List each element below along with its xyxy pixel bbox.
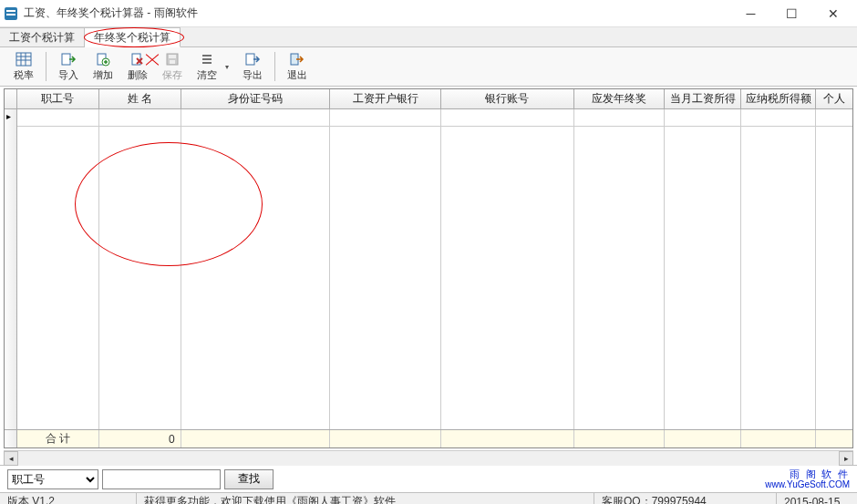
data-grid[interactable]: 职工号 姓 名 身份证号码 工资开户银行 银行账号 应发年终奖 当月工资所得 应… — [4, 88, 853, 448]
add-icon — [95, 51, 111, 67]
col-header-bonus[interactable]: 应发年终奖 — [574, 89, 666, 108]
status-bar: 版本 V1.2 获得更多功能，欢迎下载使用《雨阁人事工资》软件 客服QQ：799… — [0, 492, 857, 504]
footer-total-label: 合 计 — [17, 430, 99, 447]
exit-button[interactable]: 退出 — [281, 48, 314, 85]
svg-rect-22 — [246, 54, 254, 65]
status-date: 2015-08-15 — [777, 493, 857, 504]
clear-icon — [199, 51, 215, 67]
svg-rect-18 — [170, 60, 175, 64]
clear-button[interactable]: 清空 — [191, 48, 223, 85]
save-button[interactable]: 保存 — [156, 48, 189, 85]
app-icon — [4, 6, 18, 21]
footer-count: 0 — [99, 430, 181, 447]
brand-url[interactable]: www.YuGeSoft.COM — [765, 479, 850, 490]
row-indicator-header — [5, 89, 17, 108]
exit-icon — [289, 51, 305, 67]
clear-dropdown[interactable]: ▾ — [223, 63, 231, 71]
svg-rect-2 — [6, 14, 15, 15]
row-pointer-icon: ▸ — [6, 111, 11, 121]
svg-rect-1 — [6, 10, 15, 12]
scroll-right-button[interactable]: ▸ — [839, 451, 853, 466]
status-version: 版本 V1.2 — [0, 493, 137, 504]
col-header-month-salary[interactable]: 当月工资所得 — [665, 89, 741, 108]
tab-salary-tax[interactable]: 工资个税计算 — [0, 27, 85, 46]
search-field-select[interactable]: 职工号 — [7, 469, 98, 489]
brand-name[interactable]: 雨 阁 软 件 — [790, 468, 850, 479]
search-input[interactable] — [102, 469, 221, 489]
grid-footer: 合 计 0 — [5, 429, 852, 447]
maximize-button[interactable]: ☐ — [771, 1, 812, 26]
grid-icon — [15, 51, 32, 67]
col-header-bank[interactable]: 工资开户银行 — [330, 89, 441, 108]
svg-rect-8 — [62, 54, 70, 65]
status-promo: 获得更多功能，欢迎下载使用《雨阁人事工资》软件 — [137, 493, 594, 504]
minimize-button[interactable]: ─ — [730, 1, 771, 26]
col-header-name[interactable]: 姓 名 — [99, 89, 181, 108]
grid-header: 职工号 姓 名 身份证号码 工资开户银行 银行账号 应发年终奖 当月工资所得 应… — [5, 89, 852, 109]
search-bar: 职工号 查找 雨 阁 软 件 www.YuGeSoft.COM — [0, 465, 857, 492]
delete-button[interactable]: 删除 — [121, 48, 154, 85]
window-title: 工资、年终奖个税计算器 - 雨阁软件 — [24, 5, 730, 21]
rate-button[interactable]: 税率 — [7, 48, 40, 85]
export-icon — [244, 51, 261, 67]
search-button[interactable]: 查找 — [224, 469, 274, 489]
col-header-taxable[interactable]: 应纳税所得额 — [741, 89, 816, 108]
svg-rect-17 — [169, 55, 176, 58]
titlebar: 工资、年终奖个税计算器 - 雨阁软件 ─ ☐ ✕ — [0, 0, 857, 27]
tab-bonus-tax[interactable]: 年终奖个税计算 — [85, 27, 181, 47]
import-button[interactable]: 导入 — [52, 48, 85, 85]
col-header-employee-id[interactable]: 职工号 — [17, 89, 99, 108]
grid-body[interactable]: ▸ — [5, 109, 852, 429]
close-button[interactable]: ✕ — [812, 1, 853, 26]
scroll-left-button[interactable]: ◂ — [4, 451, 18, 466]
toolbar: 税率 导入 增加 删除 保存 清空 ▾ 导出 退出 — [0, 47, 857, 87]
col-header-personal[interactable]: 个人 — [816, 89, 852, 108]
brand-block: 雨 阁 软 件 www.YuGeSoft.COM — [765, 468, 850, 490]
import-icon — [60, 51, 77, 67]
col-header-id-number[interactable]: 身份证号码 — [181, 89, 331, 108]
status-qq: 客服QQ：799975944 — [594, 493, 777, 504]
horizontal-scrollbar[interactable]: ◂ ▸ — [4, 450, 853, 465]
delete-icon — [129, 51, 146, 67]
export-button[interactable]: 导出 — [236, 48, 269, 85]
save-icon — [164, 51, 181, 67]
svg-rect-3 — [16, 53, 31, 66]
col-header-account[interactable]: 银行账号 — [441, 89, 574, 108]
tab-bar: 工资个税计算 年终奖个税计算 — [0, 27, 857, 47]
add-button[interactable]: 增加 — [87, 48, 119, 85]
